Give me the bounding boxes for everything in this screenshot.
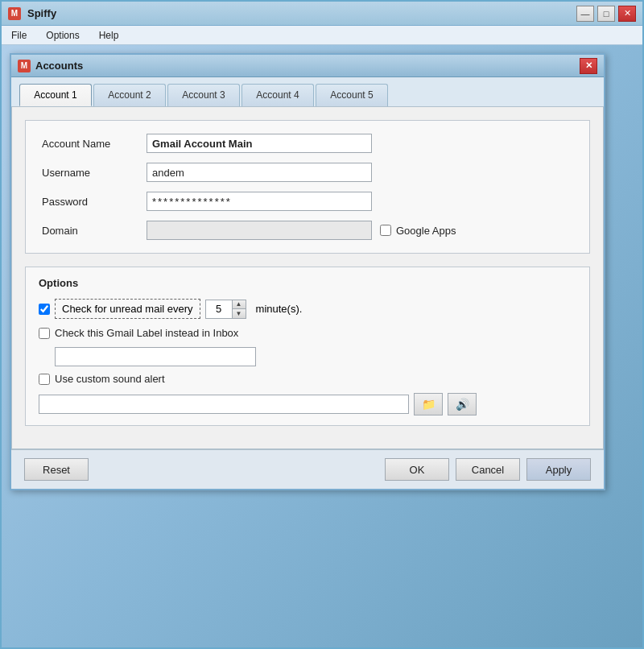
dialog-title: Accounts: [35, 60, 580, 72]
options-section: Options Check for unread mail every ▲: [25, 267, 590, 426]
check-unread-label-wrapper: [39, 304, 50, 315]
folder-icon: 📁: [422, 398, 436, 411]
domain-input[interactable]: [147, 221, 372, 240]
gmail-label-checkbox[interactable]: [39, 328, 50, 339]
google-apps-checkbox-label: Google Apps: [380, 225, 456, 237]
menu-file[interactable]: File: [8, 28, 30, 43]
check-unread-label: Check for unread mail every: [62, 303, 193, 315]
menu-help[interactable]: Help: [96, 28, 122, 43]
custom-sound-label: Use custom sound alert: [55, 373, 165, 385]
account-name-row: Account Name: [42, 134, 573, 153]
tab-account3[interactable]: Account 3: [167, 84, 240, 106]
sound-file-row: 📁 🔊: [39, 393, 576, 415]
gmail-label-text: Check this Gmail Label instead in Inbox: [55, 327, 238, 339]
tab-account1[interactable]: Account 1: [19, 84, 92, 106]
account-name-label: Account Name: [42, 138, 147, 150]
accounts-dialog: M Accounts ✕ Account 1 Account 2 Account…: [10, 53, 605, 490]
check-unread-checkbox[interactable]: [39, 304, 50, 315]
minutes-label: minute(s).: [256, 303, 303, 315]
custom-sound-row: Use custom sound alert: [39, 373, 576, 385]
username-input[interactable]: [147, 163, 372, 182]
gmail-label-input-row: [55, 347, 576, 366]
gmail-label-checkbox-label: Check this Gmail Label instead in Inbox: [39, 327, 238, 339]
domain-label: Domain: [42, 225, 147, 237]
dialog-titlebar: M Accounts ✕: [11, 55, 604, 77]
dialog-content: Account Name Username Password: [11, 106, 604, 449]
outer-window: M Spiffy — □ ✕ File Options Help M Accou…: [0, 0, 644, 649]
window-controls: — □ ✕: [576, 6, 636, 22]
sound-icon: 🔊: [456, 398, 469, 411]
apply-button[interactable]: Apply: [526, 458, 591, 481]
minute-value-input[interactable]: [206, 300, 232, 318]
options-title: Options: [39, 277, 576, 289]
dialog-area: M Accounts ✕ Account 1 Account 2 Account…: [2, 45, 642, 647]
domain-row: Domain Google Apps: [42, 221, 573, 240]
check-unread-dashed: Check for unread mail every: [55, 299, 200, 319]
account-name-input[interactable]: [147, 134, 372, 153]
password-label: Password: [42, 196, 147, 208]
dialog-buttons: Reset OK Cancel Apply: [11, 449, 604, 489]
menu-bar: File Options Help: [2, 26, 642, 45]
username-label: Username: [42, 167, 147, 179]
tab-account2[interactable]: Account 2: [93, 84, 166, 106]
play-sound-button[interactable]: 🔊: [448, 393, 477, 415]
spinner-buttons: ▲ ▼: [232, 300, 246, 318]
minimize-button[interactable]: —: [576, 6, 594, 22]
tabs-row: Account 1 Account 2 Account 3 Account 4 …: [11, 77, 604, 106]
ok-button[interactable]: OK: [385, 458, 449, 481]
gmail-label-input[interactable]: [55, 347, 256, 366]
password-input[interactable]: [147, 192, 372, 211]
password-row: Password: [42, 192, 573, 211]
app-icon: M: [8, 7, 21, 20]
dialog-close-button[interactable]: ✕: [580, 58, 597, 74]
gmail-label-row: Check this Gmail Label instead in Inbox: [39, 327, 576, 339]
close-button[interactable]: ✕: [618, 6, 636, 22]
custom-sound-checkbox[interactable]: [39, 374, 50, 385]
sound-file-input[interactable]: [39, 395, 409, 414]
outer-titlebar: M Spiffy — □ ✕: [2, 2, 642, 26]
spinner-up-button[interactable]: ▲: [233, 300, 246, 309]
maximize-button[interactable]: □: [597, 6, 615, 22]
tab-account4[interactable]: Account 4: [242, 84, 314, 106]
form-section: Account Name Username Password: [25, 120, 590, 254]
cancel-button[interactable]: Cancel: [456, 458, 520, 481]
spinner-down-button[interactable]: ▼: [233, 309, 246, 318]
browse-folder-button[interactable]: 📁: [414, 393, 443, 415]
domain-controls: Google Apps: [147, 221, 456, 240]
reset-button[interactable]: Reset: [24, 458, 89, 481]
menu-options[interactable]: Options: [43, 28, 82, 43]
username-row: Username: [42, 163, 573, 182]
tab-account5[interactable]: Account 5: [316, 84, 388, 106]
custom-sound-checkbox-label: Use custom sound alert: [39, 373, 165, 385]
dialog-icon: M: [18, 60, 31, 72]
minute-spinner: ▲ ▼: [205, 300, 246, 319]
google-apps-label: Google Apps: [396, 225, 456, 237]
google-apps-checkbox[interactable]: [380, 225, 391, 236]
app-title: Spiffy: [27, 7, 576, 19]
check-unread-row: Check for unread mail every ▲ ▼ minute(s…: [39, 299, 576, 319]
